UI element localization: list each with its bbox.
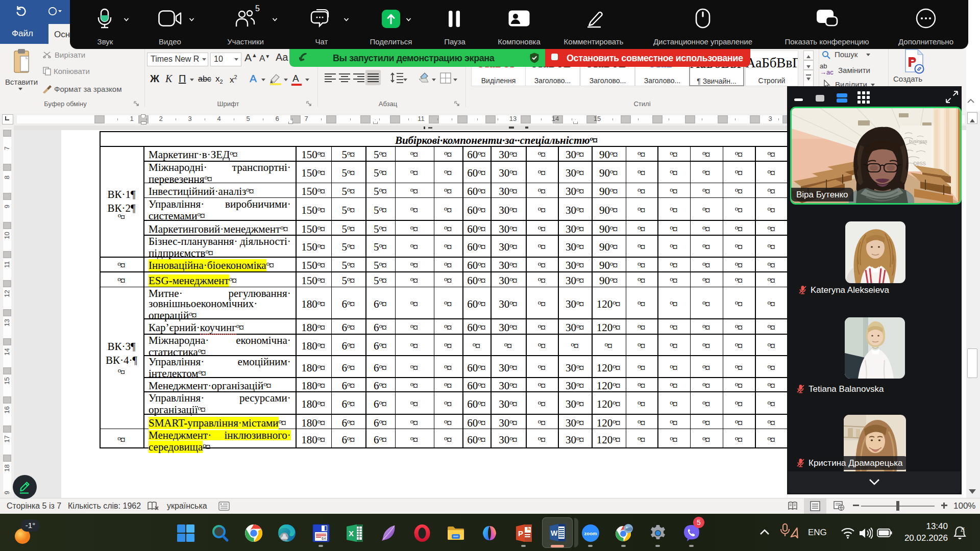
svg-text:64:: 64: bbox=[322, 537, 328, 541]
svg-text:X: X bbox=[349, 529, 354, 538]
svg-text:P: P bbox=[518, 529, 523, 538]
svg-text:business: business bbox=[909, 139, 927, 144]
svg-text:zoom: zoom bbox=[584, 531, 597, 536]
svg-text:W: W bbox=[551, 529, 558, 537]
svg-text:z: z bbox=[963, 526, 965, 531]
